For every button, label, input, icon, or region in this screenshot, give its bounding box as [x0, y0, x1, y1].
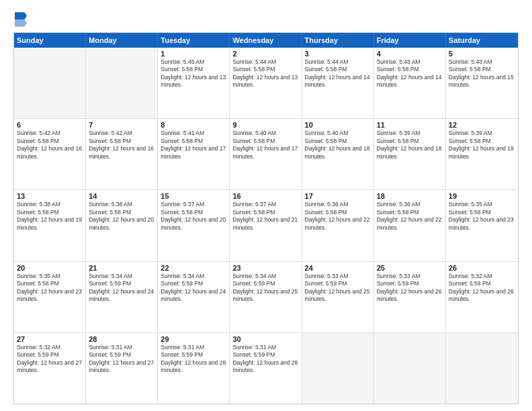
- calendar-cell: 11Sunrise: 5:39 AM Sunset: 5:58 PM Dayli…: [374, 119, 446, 189]
- calendar-cell: 24Sunrise: 5:33 AM Sunset: 5:59 PM Dayli…: [302, 262, 374, 332]
- calendar-cell: 5Sunrise: 5:43 AM Sunset: 5:58 PM Daylig…: [446, 48, 518, 118]
- calendar-cell: 15Sunrise: 5:37 AM Sunset: 5:58 PM Dayli…: [158, 190, 230, 261]
- calendar-day-name: Friday: [374, 33, 446, 48]
- cell-date: 11: [377, 121, 443, 129]
- calendar-day-name: Wednesday: [230, 33, 302, 48]
- calendar-cell: 8Sunrise: 5:41 AM Sunset: 5:58 PM Daylig…: [158, 119, 230, 189]
- cell-date: 2: [232, 50, 298, 58]
- cell-info: Sunrise: 5:33 AM Sunset: 5:59 PM Dayligh…: [377, 273, 443, 304]
- cell-date: 12: [449, 121, 515, 129]
- cell-date: 17: [305, 192, 371, 200]
- calendar-row: 1Sunrise: 5:45 AM Sunset: 5:58 PM Daylig…: [14, 48, 518, 118]
- svg-marker-0: [15, 12, 27, 19]
- calendar-cell: 19Sunrise: 5:35 AM Sunset: 5:58 PM Dayli…: [446, 190, 518, 261]
- calendar-cell: 22Sunrise: 5:34 AM Sunset: 5:59 PM Dayli…: [158, 262, 230, 332]
- calendar-cell: 25Sunrise: 5:33 AM Sunset: 5:59 PM Dayli…: [374, 262, 446, 332]
- cell-date: 15: [161, 192, 226, 200]
- calendar-cell: [14, 48, 86, 118]
- cell-date: 25: [377, 264, 443, 272]
- calendar-cell: [374, 333, 446, 404]
- cell-info: Sunrise: 5:39 AM Sunset: 5:58 PM Dayligh…: [377, 130, 443, 161]
- calendar-cell: 30Sunrise: 5:31 AM Sunset: 5:59 PM Dayli…: [230, 333, 302, 404]
- cell-date: 10: [305, 121, 371, 129]
- cell-info: Sunrise: 5:35 AM Sunset: 5:58 PM Dayligh…: [17, 273, 83, 304]
- calendar-day-name: Tuesday: [158, 33, 230, 48]
- header: [13, 12, 519, 27]
- cell-date: 28: [89, 335, 154, 343]
- cell-info: Sunrise: 5:40 AM Sunset: 5:58 PM Dayligh…: [305, 130, 371, 161]
- calendar-body: 1Sunrise: 5:45 AM Sunset: 5:58 PM Daylig…: [14, 48, 518, 404]
- calendar-cell: 17Sunrise: 5:36 AM Sunset: 5:58 PM Dayli…: [302, 190, 374, 261]
- cell-date: 26: [449, 264, 515, 272]
- cell-info: Sunrise: 5:34 AM Sunset: 5:59 PM Dayligh…: [161, 273, 226, 304]
- cell-date: 13: [17, 192, 83, 200]
- cell-info: Sunrise: 5:31 AM Sunset: 5:59 PM Dayligh…: [89, 344, 154, 375]
- calendar-cell: 27Sunrise: 5:32 AM Sunset: 5:59 PM Dayli…: [14, 333, 86, 404]
- calendar-cell: 20Sunrise: 5:35 AM Sunset: 5:58 PM Dayli…: [14, 262, 86, 332]
- cell-date: 5: [449, 50, 515, 58]
- calendar-day-name: Thursday: [302, 33, 374, 48]
- logo-icon: [15, 12, 27, 27]
- cell-date: 14: [89, 192, 154, 200]
- cell-date: 9: [232, 121, 298, 129]
- cell-date: 19: [449, 192, 515, 200]
- cell-info: Sunrise: 5:39 AM Sunset: 5:58 PM Dayligh…: [449, 130, 515, 161]
- cell-date: 1: [161, 50, 226, 58]
- calendar-cell: 28Sunrise: 5:31 AM Sunset: 5:59 PM Dayli…: [86, 333, 158, 404]
- calendar-cell: 21Sunrise: 5:34 AM Sunset: 5:59 PM Dayli…: [86, 262, 158, 332]
- calendar-row: 27Sunrise: 5:32 AM Sunset: 5:59 PM Dayli…: [14, 332, 518, 404]
- calendar-cell: 10Sunrise: 5:40 AM Sunset: 5:58 PM Dayli…: [302, 119, 374, 189]
- cell-info: Sunrise: 5:38 AM Sunset: 5:58 PM Dayligh…: [89, 201, 154, 232]
- cell-info: Sunrise: 5:37 AM Sunset: 5:58 PM Dayligh…: [161, 201, 226, 232]
- cell-info: Sunrise: 5:44 AM Sunset: 5:58 PM Dayligh…: [305, 58, 371, 89]
- calendar-cell: 26Sunrise: 5:32 AM Sunset: 5:59 PM Dayli…: [446, 262, 518, 332]
- cell-date: 21: [89, 264, 154, 272]
- cell-info: Sunrise: 5:43 AM Sunset: 5:58 PM Dayligh…: [377, 58, 443, 89]
- cell-info: Sunrise: 5:38 AM Sunset: 5:58 PM Dayligh…: [17, 201, 83, 232]
- cell-info: Sunrise: 5:42 AM Sunset: 5:58 PM Dayligh…: [89, 130, 154, 161]
- calendar-cell: 16Sunrise: 5:37 AM Sunset: 5:58 PM Dayli…: [230, 190, 302, 261]
- calendar-cell: 13Sunrise: 5:38 AM Sunset: 5:58 PM Dayli…: [14, 190, 86, 261]
- calendar-cell: 7Sunrise: 5:42 AM Sunset: 5:58 PM Daylig…: [86, 119, 158, 189]
- cell-info: Sunrise: 5:37 AM Sunset: 5:58 PM Dayligh…: [232, 201, 298, 232]
- cell-info: Sunrise: 5:44 AM Sunset: 5:58 PM Dayligh…: [232, 58, 298, 89]
- calendar-cell: 14Sunrise: 5:38 AM Sunset: 5:58 PM Dayli…: [86, 190, 158, 261]
- calendar-row: 20Sunrise: 5:35 AM Sunset: 5:58 PM Dayli…: [14, 261, 518, 332]
- cell-date: 4: [377, 50, 443, 58]
- svg-marker-1: [15, 19, 27, 27]
- calendar-cell: 6Sunrise: 5:42 AM Sunset: 5:58 PM Daylig…: [14, 119, 86, 189]
- cell-date: 27: [17, 335, 83, 343]
- cell-info: Sunrise: 5:34 AM Sunset: 5:59 PM Dayligh…: [89, 273, 154, 304]
- cell-info: Sunrise: 5:41 AM Sunset: 5:58 PM Dayligh…: [161, 130, 226, 161]
- calendar-cell: 23Sunrise: 5:34 AM Sunset: 5:59 PM Dayli…: [230, 262, 302, 332]
- calendar-day-name: Monday: [86, 33, 158, 48]
- cell-date: 24: [305, 264, 371, 272]
- cell-info: Sunrise: 5:34 AM Sunset: 5:59 PM Dayligh…: [232, 273, 298, 304]
- cell-date: 7: [89, 121, 154, 129]
- calendar-cell: 3Sunrise: 5:44 AM Sunset: 5:58 PM Daylig…: [302, 48, 374, 118]
- calendar-row: 6Sunrise: 5:42 AM Sunset: 5:58 PM Daylig…: [14, 118, 518, 189]
- cell-info: Sunrise: 5:36 AM Sunset: 5:58 PM Dayligh…: [377, 201, 443, 232]
- calendar-cell: 29Sunrise: 5:31 AM Sunset: 5:59 PM Dayli…: [158, 333, 230, 404]
- cell-info: Sunrise: 5:42 AM Sunset: 5:58 PM Dayligh…: [17, 130, 83, 161]
- calendar-cell: 18Sunrise: 5:36 AM Sunset: 5:58 PM Dayli…: [374, 190, 446, 261]
- cell-date: 22: [161, 264, 226, 272]
- cell-date: 16: [232, 192, 298, 200]
- calendar-cell: 9Sunrise: 5:40 AM Sunset: 5:58 PM Daylig…: [230, 119, 302, 189]
- cell-date: 6: [17, 121, 83, 129]
- cell-date: 23: [232, 264, 298, 272]
- cell-info: Sunrise: 5:45 AM Sunset: 5:58 PM Dayligh…: [161, 58, 226, 89]
- cell-info: Sunrise: 5:32 AM Sunset: 5:59 PM Dayligh…: [17, 344, 83, 375]
- calendar-cell: [446, 333, 518, 404]
- calendar-cell: 12Sunrise: 5:39 AM Sunset: 5:58 PM Dayli…: [446, 119, 518, 189]
- cell-info: Sunrise: 5:35 AM Sunset: 5:58 PM Dayligh…: [449, 201, 515, 232]
- logo: [13, 12, 30, 27]
- cell-date: 30: [232, 335, 298, 343]
- cell-info: Sunrise: 5:31 AM Sunset: 5:59 PM Dayligh…: [161, 344, 226, 375]
- cell-info: Sunrise: 5:40 AM Sunset: 5:58 PM Dayligh…: [232, 130, 298, 161]
- cell-date: 3: [305, 50, 371, 58]
- cell-info: Sunrise: 5:36 AM Sunset: 5:58 PM Dayligh…: [305, 201, 371, 232]
- calendar-cell: 2Sunrise: 5:44 AM Sunset: 5:58 PM Daylig…: [230, 48, 302, 118]
- calendar-cell: [86, 48, 158, 118]
- cell-date: 8: [161, 121, 226, 129]
